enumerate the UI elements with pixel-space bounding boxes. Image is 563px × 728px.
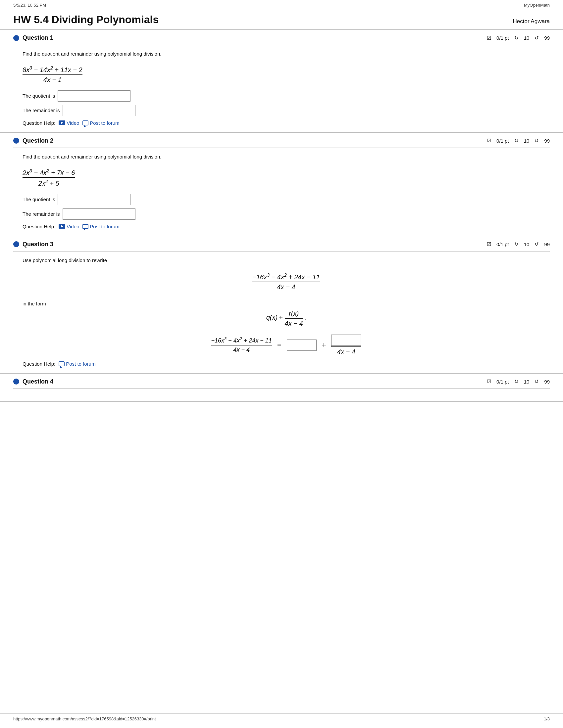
q3-rhs-numerator-input-wrap — [331, 335, 361, 347]
q3-lhs-fraction: −16x3 − 4x2 + 24x − 11 4x − 4 — [211, 337, 272, 353]
q3-quotient-input[interactable] — [287, 340, 317, 351]
q1-remainder-input[interactable] — [63, 105, 135, 116]
q2-help-label: Question Help: — [23, 224, 55, 229]
question-1-retries: 10 — [524, 35, 530, 41]
q1-quotient-input[interactable] — [58, 90, 130, 102]
question-1-header: Question 1 ☑ 0/1 pt ↻ 10 ↺ 99 — [13, 30, 550, 45]
question-3-header: Question 3 ☑ 0/1 pt ↻ 10 ↺ 99 — [13, 236, 550, 251]
q2-video-label: Video — [67, 224, 79, 229]
q1-remainder-row: The remainder is — [23, 105, 550, 116]
q1-help-label: Question Help: — [23, 120, 55, 126]
question-1-instruction: Find the quotient and remainder using po… — [23, 51, 550, 57]
q3-denominator-display: 4x − 4 — [252, 282, 320, 291]
q1-forum-label: Post to forum — [90, 120, 119, 126]
question-2-attempts: 99 — [544, 138, 550, 144]
question-2-meta: ☑ 0/1 pt ↻ 10 ↺ 99 — [487, 138, 550, 144]
q2-forum-icon — [82, 224, 88, 229]
q1-help-row: Question Help: Video Post to forum — [23, 120, 550, 126]
datetime: 5/5/23, 10:52 PM — [13, 3, 46, 8]
q2-quotient-label: The quotient is — [23, 197, 55, 202]
question-3-label: Question 3 — [23, 241, 53, 248]
q3-equation-row: −16x3 − 4x2 + 24x − 11 4x − 4 = + 4x − 4 — [23, 335, 550, 356]
question-2-left: Question 2 — [13, 137, 53, 144]
check-icon-q3: ☑ — [487, 241, 491, 247]
question-1-left: Question 1 — [13, 34, 53, 41]
question-1-fraction: 8x3 − 14x2 + 11x − 2 4x − 1 — [23, 65, 82, 84]
q3-help-row: Question Help: Post to forum — [23, 361, 550, 367]
q2-numerator: 2x3 − 4x2 + 7x − 6 — [23, 168, 75, 178]
q3-numerator-input[interactable] — [331, 335, 361, 346]
question-2-body: Find the quotient and remainder using po… — [13, 154, 550, 229]
q1-video-icon — [59, 120, 65, 125]
q3-help-label: Question Help: — [23, 361, 55, 367]
q3-rhs-denominator: 4x − 4 — [331, 347, 361, 356]
question-2-header: Question 2 ☑ 0/1 pt ↻ 10 ↺ 99 — [13, 133, 550, 148]
question-2-score: 0/1 pt — [496, 138, 509, 144]
q1-quotient-row: The quotient is — [23, 90, 550, 102]
question-3-score: 0/1 pt — [496, 242, 509, 247]
question-4-block: Question 4 ☑ 0/1 pt ↻ 10 ↺ 99 — [0, 374, 563, 402]
page-author: Hector Agwara — [513, 18, 550, 25]
q3-period: . — [305, 314, 306, 321]
question-1-block: Question 1 ☑ 0/1 pt ↻ 10 ↺ 99 Find the q… — [0, 30, 563, 133]
refresh-icon-q1: ↺ — [535, 35, 539, 41]
q2-video-link[interactable]: Video — [59, 224, 79, 229]
check-icon-q2: ☑ — [487, 138, 491, 144]
page-footer: https://www.myopenmath.com/assess2/?cid=… — [0, 713, 563, 721]
check-icon-q4: ☑ — [487, 379, 491, 385]
question-4-label: Question 4 — [23, 378, 53, 385]
question-3-instruction: Use polynomial long division to rewrite — [23, 257, 550, 263]
q1-forum-icon — [82, 120, 88, 125]
refresh-icon-q2: ↺ — [535, 138, 539, 144]
question-4-meta: ☑ 0/1 pt ↻ 10 ↺ 99 — [487, 379, 550, 385]
footer-url: https://www.myopenmath.com/assess2/?cid=… — [13, 716, 156, 721]
refresh-icon-q4: ↺ — [535, 379, 539, 385]
question-3-meta: ☑ 0/1 pt ↻ 10 ↺ 99 — [487, 241, 550, 247]
q3-eq-sign: = — [277, 341, 282, 349]
question-1-dot — [13, 35, 19, 41]
page-header: HW 5.4 Dividing Polynomials Hector Agwar… — [0, 10, 563, 30]
q3-forum-link[interactable]: Post to forum — [59, 361, 95, 367]
q3-rhs-fraction: 4x − 4 — [331, 335, 361, 356]
check-icon: ☑ — [487, 35, 491, 41]
q1-video-link[interactable]: Video — [59, 120, 79, 126]
q3-qx: q(x) — [266, 314, 277, 321]
q3-rx-fraction: r(x) 4x − 4 — [285, 310, 303, 327]
q3-plus-sign: + — [279, 314, 285, 321]
footer-page: 1/3 — [544, 716, 550, 721]
q3-rhs-plus: + — [322, 341, 326, 349]
question-3-left: Question 3 — [13, 241, 53, 248]
q1-remainder-label: The remainder is — [23, 108, 60, 113]
retry-icon-q1: ↻ — [514, 35, 519, 41]
question-2-dot — [13, 138, 19, 144]
question-2-retries: 10 — [524, 138, 530, 144]
question-1-score: 0/1 pt — [496, 35, 509, 41]
q2-remainder-label: The remainder is — [23, 211, 60, 217]
q2-denominator: 2x2 + 5 — [23, 178, 75, 187]
question-4-retries: 10 — [524, 379, 530, 385]
q2-remainder-input[interactable] — [63, 208, 135, 220]
page-title: HW 5.4 Dividing Polynomials — [13, 14, 159, 26]
question-2-fraction: 2x3 − 4x2 + 7x − 6 2x2 + 5 — [23, 168, 75, 187]
q1-forum-link[interactable]: Post to forum — [82, 120, 119, 126]
question-1-meta: ☑ 0/1 pt ↻ 10 ↺ 99 — [487, 35, 550, 41]
q3-forum-label: Post to forum — [66, 361, 95, 367]
q2-quotient-input[interactable] — [58, 194, 130, 205]
question-3-attempts: 99 — [544, 242, 550, 247]
retry-icon-q2: ↻ — [514, 138, 519, 144]
q3-forum-icon — [59, 361, 65, 366]
q2-forum-link[interactable]: Post to forum — [82, 224, 119, 229]
q3-in-form-text: in the form — [23, 301, 550, 306]
question-4-score: 0/1 pt — [496, 379, 509, 385]
question-2-label: Question 2 — [23, 137, 53, 144]
q3-numerator-display: −16x3 − 4x2 + 24x − 11 — [252, 272, 320, 282]
q3-fraction-display: −16x3 − 4x2 + 24x − 11 4x − 4 — [23, 269, 550, 297]
q1-denominator: 4x − 1 — [23, 75, 82, 84]
question-3-retries: 10 — [524, 242, 530, 247]
q3-form-expression: q(x) + r(x) 4x − 4 . — [23, 310, 550, 327]
q3-fraction: −16x3 − 4x2 + 24x − 11 4x − 4 — [252, 272, 320, 291]
question-3-dot — [13, 241, 19, 247]
q1-quotient-label: The quotient is — [23, 93, 55, 99]
meta-bar: 5/5/23, 10:52 PM MyOpenMath — [0, 0, 563, 10]
question-4-dot — [13, 379, 19, 385]
